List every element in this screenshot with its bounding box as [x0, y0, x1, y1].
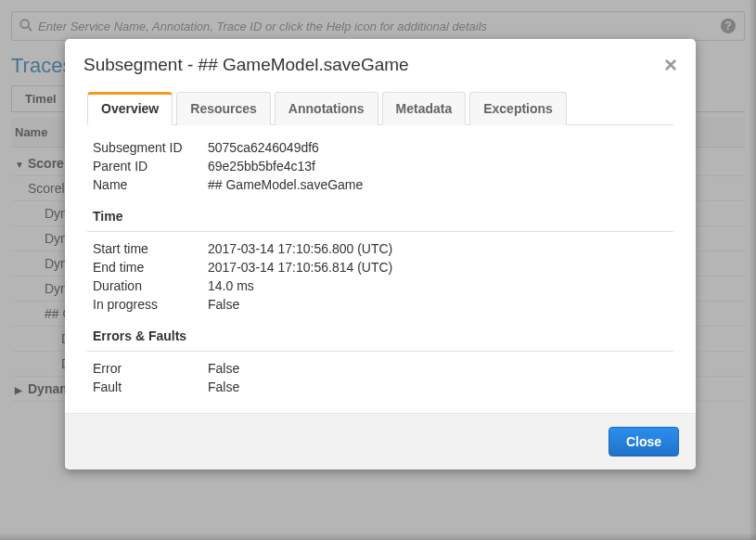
tab-exceptions[interactable]: Exceptions: [469, 92, 567, 125]
divider: [87, 231, 673, 232]
errors-section: ErrorFalse FaultFalse: [87, 359, 673, 396]
value-in-progress: False: [208, 297, 239, 312]
tab-metadata[interactable]: Metadata: [382, 92, 467, 125]
label-start-time: Start time: [93, 241, 208, 256]
value-duration: 14.0 ms: [208, 278, 254, 293]
value-name: ## GameModel.saveGame: [208, 177, 363, 192]
close-icon[interactable]: ×: [664, 54, 677, 76]
tab-overview[interactable]: Overview: [87, 92, 173, 125]
time-section: Start time2017-03-14 17:10:56.800 (UTC) …: [87, 239, 673, 314]
section-errors: Errors & Faults: [87, 325, 673, 347]
modal-footer: Close: [65, 413, 696, 469]
value-end-time: 2017-03-14 17:10:56.814 (UTC): [208, 260, 392, 275]
tab-resources[interactable]: Resources: [176, 92, 271, 125]
label-name: Name: [93, 177, 208, 192]
label-error: Error: [93, 361, 208, 376]
section-time: Time: [87, 205, 673, 227]
modal-tabs: Overview Resources Annotations Metadata …: [87, 91, 673, 125]
divider: [87, 351, 673, 352]
label-subsegment-id: Subsegment ID: [93, 140, 208, 155]
value-parent-id: 69e25bb5bfe4c13f: [208, 159, 315, 174]
value-start-time: 2017-03-14 17:10:56.800 (UTC): [208, 241, 392, 256]
label-duration: Duration: [93, 278, 208, 293]
value-error: False: [208, 361, 239, 376]
modal-body: Overview Resources Annotations Metadata …: [65, 85, 696, 413]
modal-title: Subsegment - ## GameModel.saveGame: [83, 55, 409, 75]
label-parent-id: Parent ID: [93, 159, 208, 174]
subsegment-modal: Subsegment - ## GameModel.saveGame × Ove…: [65, 39, 696, 469]
value-subsegment-id: 5075ca6246049df6: [208, 140, 319, 155]
value-fault: False: [208, 379, 239, 394]
label-fault: Fault: [93, 379, 208, 394]
overview-section: Subsegment ID5075ca6246049df6 Parent ID6…: [87, 138, 673, 194]
label-end-time: End time: [93, 260, 208, 275]
modal-header: Subsegment - ## GameModel.saveGame ×: [65, 39, 696, 85]
label-in-progress: In progress: [93, 297, 208, 312]
tab-annotations[interactable]: Annotations: [275, 92, 378, 125]
close-button[interactable]: Close: [609, 427, 679, 456]
